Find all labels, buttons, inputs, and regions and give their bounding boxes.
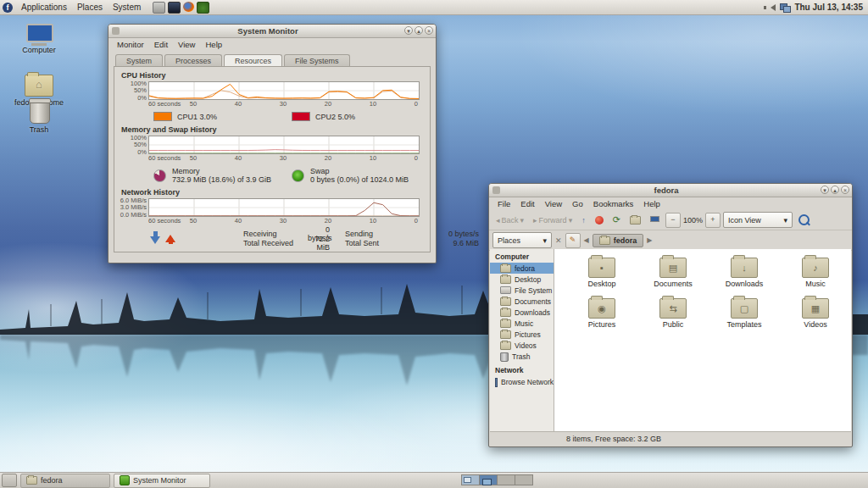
menu-view[interactable]: View [173, 40, 200, 49]
sidebar-item-fedora[interactable]: fedora [490, 263, 554, 274]
file-manager-titlebar[interactable]: fedora ▾ ▴ × [489, 184, 852, 197]
menu-applications[interactable]: Applications [16, 2, 72, 13]
menu-monitor[interactable]: Monitor [112, 40, 149, 49]
panel-launchers [153, 2, 209, 14]
menu-help[interactable]: Help [200, 40, 227, 49]
tab-file-systems[interactable]: File Systems [284, 54, 350, 67]
sidebar-item-browse-network[interactable]: Browse Network [490, 376, 554, 388]
tab-processes[interactable]: Processes [164, 54, 222, 67]
folder-view[interactable]: ▪Desktop ▤Documents ↓Downloads ♪Music ◉P… [554, 249, 851, 431]
folder-public[interactable]: ⇆Public [637, 297, 709, 337]
home-folder-icon [25, 75, 53, 97]
file-manager-toolbar: ◂ Back ▾ ▸ Forward ▾ ↑ ⟳ − 100% + Icon V… [489, 210, 852, 230]
cpu2-label: CPU2 5.0% [315, 113, 355, 121]
sidebar-item-downloads[interactable]: Downloads [490, 307, 554, 318]
clock[interactable]: Thu Jul 13, 14:35 [794, 3, 863, 12]
back-button[interactable]: ◂ Back ▾ [492, 214, 527, 226]
zoom-level: 100% [683, 216, 703, 225]
sidebar-item-file-system[interactable]: File System [490, 285, 554, 296]
display-launcher-icon[interactable] [168, 2, 181, 14]
sidebar-item-documents[interactable]: Documents [490, 296, 554, 307]
view-mode-select[interactable]: Icon View▾ [723, 212, 793, 228]
zoom-out-button[interactable]: − [665, 213, 681, 228]
fedora-logo-icon[interactable]: f [3, 3, 13, 13]
home-icon [630, 216, 641, 225]
cpu1-label: CPU1 3.0% [177, 113, 217, 121]
folder-icon [500, 319, 511, 328]
maximize-button[interactable]: ▴ [415, 26, 423, 35]
stop-button[interactable] [592, 214, 607, 226]
folder-music[interactable]: ♪Music [780, 256, 851, 297]
close-sidebar-button[interactable]: ✕ [555, 236, 562, 245]
task-button-system-monitor[interactable]: System Monitor [114, 474, 210, 488]
places-select[interactable]: Places▾ [492, 232, 552, 248]
folder-icon: ⇆ [659, 298, 687, 319]
cpu-x-axis: 60 seconds50403020100 [148, 100, 418, 108]
menu-places[interactable]: Places [72, 2, 108, 13]
sending-label: Sending [345, 230, 415, 238]
axis-tick: 50% [116, 141, 147, 148]
computer-button[interactable] [647, 214, 663, 225]
memory-pie-icon [153, 169, 166, 182]
crumb-scroll-right-icon[interactable]: ▶ [647, 236, 652, 244]
system-monitor-titlebar[interactable]: System Monitor ▾ ▴ × [108, 25, 436, 38]
folder-pictures[interactable]: ◉Pictures [566, 297, 637, 337]
menu-view[interactable]: View [540, 199, 567, 208]
menu-edit[interactable]: Edit [515, 199, 539, 208]
up-button[interactable]: ↑ [578, 214, 589, 226]
menu-system[interactable]: System [108, 2, 146, 13]
terminal-launcher-icon[interactable] [153, 2, 165, 14]
menu-help[interactable]: Help [638, 199, 665, 208]
search-button[interactable] [795, 213, 813, 227]
memory-history-graph: 100% 50% 0% [148, 136, 420, 154]
sidebar-item-desktop[interactable]: Desktop [490, 274, 554, 285]
sidebar-item-music[interactable]: Music [490, 318, 554, 329]
package-launcher-icon[interactable] [197, 2, 209, 14]
folder-icon [500, 297, 511, 306]
folder-templates[interactable]: ▢Templates [709, 297, 780, 337]
close-button[interactable]: × [841, 186, 849, 194]
zoom-in-button[interactable]: + [705, 213, 721, 228]
cpu-history-heading: CPU History [121, 71, 430, 80]
menu-go[interactable]: Go [567, 199, 588, 208]
receiving-arrow-icon [150, 230, 162, 246]
crumb-scroll-left-icon[interactable]: ◀ [584, 236, 589, 244]
workspace-1[interactable] [461, 474, 480, 485]
trash-icon [500, 352, 509, 362]
menu-edit[interactable]: Edit [149, 40, 173, 49]
menu-file[interactable]: File [492, 199, 515, 208]
sidebar-item-videos[interactable]: Videos [490, 340, 554, 351]
task-button-fedora[interactable]: fedora [20, 474, 110, 488]
workspace-2[interactable] [479, 474, 498, 485]
volume-icon[interactable] [767, 4, 776, 11]
folder-desktop[interactable]: ▪Desktop [566, 256, 637, 297]
desktop-icon-trash[interactable]: Trash [7, 95, 71, 134]
desktop-icon-computer[interactable]: Computer [7, 24, 71, 54]
minimize-button[interactable]: ▾ [821, 186, 829, 194]
tab-resources[interactable]: Resources [224, 54, 282, 67]
reload-button[interactable]: ⟳ [609, 213, 624, 227]
tab-system[interactable]: System [115, 54, 163, 67]
folder-documents[interactable]: ▤Documents [637, 256, 709, 297]
sending-value: 0 bytes/s [415, 230, 479, 238]
minimize-button[interactable]: ▾ [404, 26, 413, 35]
memory-history-heading: Memory and Swap History [121, 125, 430, 134]
home-button[interactable] [626, 214, 644, 226]
network-history-graph: 6.0 MiB/s 3.0 MiB/s 0.0 MiB/s [148, 198, 420, 217]
cpu1-swatch [153, 112, 172, 121]
sidebar-item-pictures[interactable]: Pictures [490, 329, 554, 340]
folder-videos[interactable]: ▦Videos [780, 297, 851, 337]
breadcrumb-fedora[interactable]: fedora [593, 234, 644, 247]
firefox-launcher-icon[interactable] [183, 2, 194, 12]
close-button[interactable]: × [425, 26, 433, 35]
edit-location-button[interactable]: ✎ [565, 233, 581, 248]
menu-bookmarks[interactable]: Bookmarks [588, 199, 639, 208]
maximize-button[interactable]: ▴ [831, 186, 839, 194]
sidebar-item-trash[interactable]: Trash [490, 351, 554, 363]
folder-downloads[interactable]: ↓Downloads [709, 256, 780, 297]
show-desktop-button[interactable] [2, 474, 17, 487]
network-status-icon[interactable] [780, 3, 790, 11]
workspace-3[interactable] [497, 474, 515, 485]
forward-button[interactable]: ▸ Forward ▾ [530, 214, 576, 226]
workspace-4[interactable] [515, 474, 533, 485]
